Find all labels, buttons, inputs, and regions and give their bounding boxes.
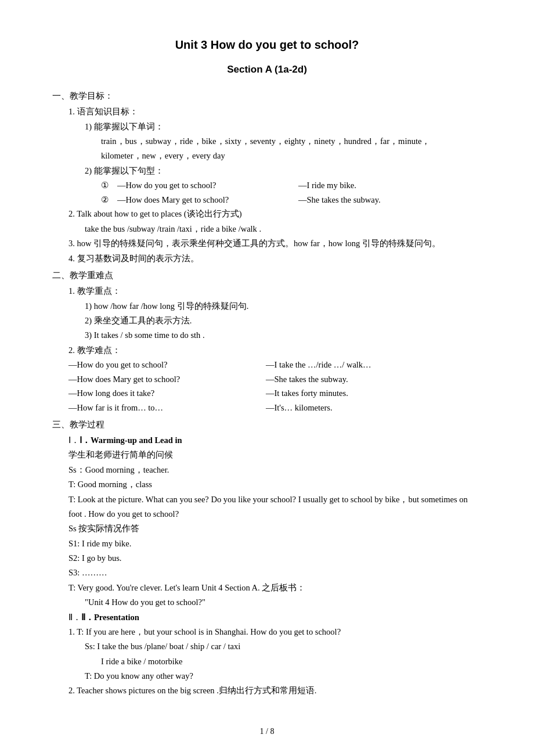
talk-about: 2. Talk about how to get to places (谈论出行… [52,207,482,221]
diff-pair-2: —How does Mary get to school? —She takes… [52,372,482,387]
diff-pair-4: —How far is it from… to… —It's… kilomete… [52,401,482,415]
vocab-intro: 1) 能掌握以下单词： [52,120,482,134]
focus1-1: 1) how /how far /how long 引导的特殊疑问句. [52,299,482,314]
warmup-t1: T: Good morning，class [52,477,482,492]
pres1-ss2: I ride a bike / motorbike [52,654,482,669]
diff-a4: —It's… kilometers. [266,401,482,415]
warmup-title-text: Ⅰ．Warming-up and Lead in [80,435,182,445]
diff-pair-1: —How do you get to school? —I take the …… [52,358,482,372]
presentation-title-text: Ⅱ．Presentation [81,613,139,622]
warmup-board: "Unit 4 How do you get to school?" [52,595,482,610]
sentence-pair-1: ① —How do you get to school? —I ride my … [52,178,482,193]
difficulty-heading: 2. 教学难点： [52,343,482,358]
warmup-desc: 学生和老师进行简单的问候 [52,448,482,462]
page: Unit 3 How do you get to school? Section… [0,0,534,756]
sent1-q: ① —How do you get to school? [101,178,298,193]
sent2-a: —She takes the subway. [298,193,482,207]
pres1: 1. T: If you are here，but your school is… [52,625,482,639]
sentence-intro: 2) 能掌握以下句型： [52,164,482,178]
warmup-title: Ⅰ．Ⅰ．Warming-up and Lead in [52,433,482,448]
page-footer: 1 / 8 [0,725,534,739]
focus1-heading: 1. 教学重点： [52,284,482,298]
warmup-prefix: Ⅰ． [68,435,80,445]
diff-a2: —She takes the subway. [266,372,482,387]
teaching-goals-heading: 一、教学目标： [52,89,482,103]
warmup-ss: Ss：Good morning，teacher. [52,463,482,477]
diff-q4: —How far is it from… to… [68,401,266,415]
vocab-list1: train，bus，subway，ride，bike，sixty，seventy… [52,134,482,149]
talk-examples: take the bus /subway /train /taxi，ride a… [52,222,482,236]
page-title: Unit 3 How do you get to school? [52,35,482,55]
warmup-s1: S1: I ride my bike. [52,537,482,551]
sentence-pair-2: ② —How does Mary get to school? —She tak… [52,193,482,207]
warmup-s2: S2: I go by bus. [52,551,482,566]
diff-pair-3: —How long does it take? —It takes forty … [52,386,482,401]
section-subtitle: Section A (1a-2d) [52,62,482,78]
diff-a1: —I take the …/ride …/ walk… [266,358,482,372]
presentation-title: Ⅱ．Ⅱ．Presentation [52,610,482,625]
warmup-ss2: Ss 按实际情况作答 [52,521,482,536]
page-number: 1 / 8 [260,727,275,736]
warmup-t2: T: Look at the picture. What can you see… [52,492,482,522]
diff-a3: —It takes forty minutes. [266,386,482,401]
how-intro: 3. how 引导的特殊疑问句，表示乘坐何种交通工具的方式。how far，ho… [52,236,482,251]
sent2-q: ② —How does Mary get to school? [101,193,298,207]
pres1-t: T: Do you know any other way? [52,669,482,683]
teaching-focus-heading: 二、教学重难点 [52,268,482,283]
review: 4. 复习基数词及时间的表示方法。 [52,251,482,266]
warmup-t3: T: Very good. You're clever. Let's learn… [52,581,482,595]
diff-q3: —How long does it take? [68,386,266,401]
teaching-process-heading: 三、教学过程 [52,417,482,432]
presentation-prefix: Ⅱ． [68,613,81,622]
diff-q1: —How do you get to school? [68,358,266,372]
pres2: 2. Teacher shows pictures on the big scr… [52,683,482,698]
focus1-2: 2) 乘坐交通工具的表示方法. [52,314,482,328]
sent1-a: —I ride my bike. [298,178,482,193]
diff-q2: —How does Mary get to school? [68,372,266,387]
vocab-list2: kilometer，new，every，every day [52,149,482,163]
warmup-s3: S3: ……… [52,566,482,580]
lang-goals: 1. 语言知识目标： [52,105,482,119]
pres1-ss: Ss: I take the bus /plane/ boat / ship /… [52,639,482,654]
focus1-3: 3) It takes / sb some time to do sth . [52,328,482,343]
